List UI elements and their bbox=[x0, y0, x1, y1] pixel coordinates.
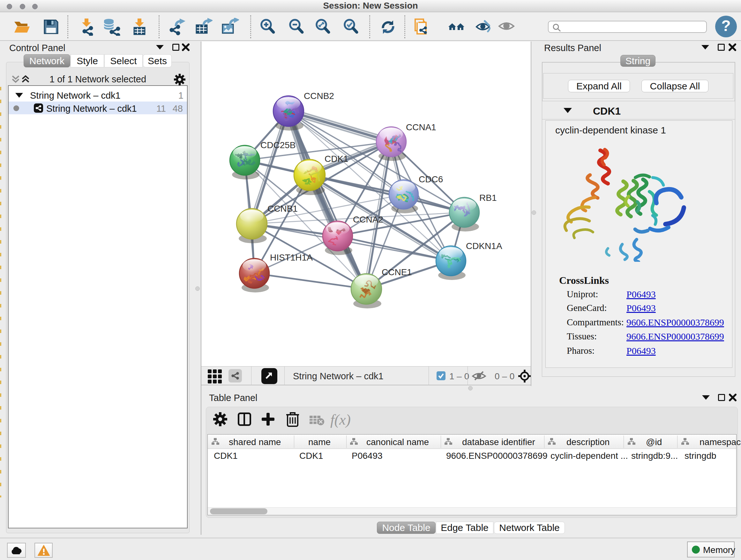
svg-text:HIST1H1A: HIST1H1A bbox=[270, 253, 313, 262]
svg-text:CCNE1: CCNE1 bbox=[382, 267, 412, 277]
svg-text:CDK1: CDK1 bbox=[325, 154, 348, 164]
svg-text:CCNB2: CCNB2 bbox=[304, 91, 334, 101]
svg-text:CDC6: CDC6 bbox=[419, 174, 443, 184]
svg-text:CCNB1: CCNB1 bbox=[267, 204, 298, 213]
svg-text:CCNA1: CCNA1 bbox=[406, 122, 436, 132]
svg-text:CCNA2: CCNA2 bbox=[353, 214, 383, 225]
svg-text:CDKN1A: CDKN1A bbox=[466, 241, 502, 251]
svg-text:RB1: RB1 bbox=[479, 193, 496, 203]
svg-text:CDC25B: CDC25B bbox=[260, 140, 295, 150]
